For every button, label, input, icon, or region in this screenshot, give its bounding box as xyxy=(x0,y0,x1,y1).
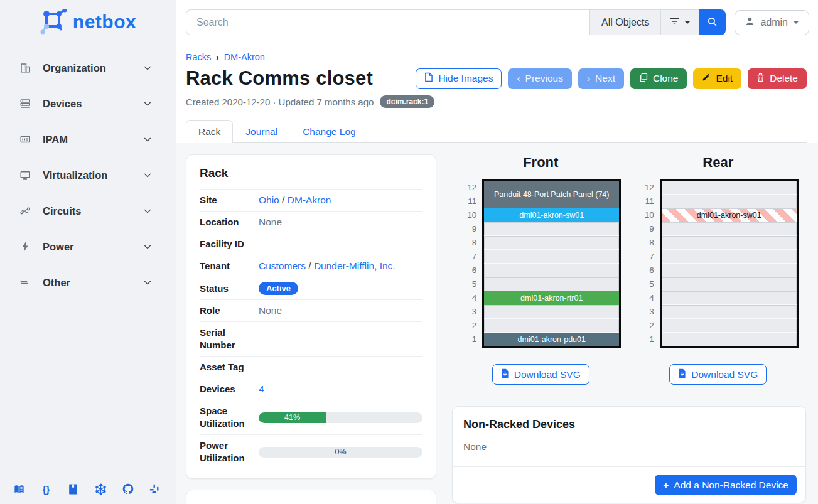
download-svg-label: Download SVG xyxy=(514,369,581,380)
main-area: All Objects admin Racks › DM-Akron Rack … xyxy=(176,0,818,504)
rack-slot-empty[interactable] xyxy=(662,305,797,319)
add-non-racked-device-label: Add a Non-Racked Device xyxy=(674,480,788,491)
rack-slot-empty[interactable] xyxy=(484,319,619,333)
attr-row-location: Location None xyxy=(200,211,422,233)
breadcrumb-link-racks[interactable]: Racks xyxy=(186,52,211,62)
journal-icon[interactable] xyxy=(67,483,80,495)
graphql-icon[interactable] xyxy=(94,483,107,495)
front-title: Front xyxy=(523,154,558,171)
tab-rack[interactable]: Rack xyxy=(186,120,233,143)
attr-row-devices: Devices 4 xyxy=(200,378,422,400)
status-label: Status xyxy=(200,282,259,295)
github-icon[interactable] xyxy=(122,483,134,495)
search-submit-button[interactable] xyxy=(699,9,726,35)
breadcrumb-link-dm-akron[interactable]: DM-Akron xyxy=(224,52,265,62)
rack-slot-empty[interactable] xyxy=(662,264,797,277)
rack-slot-empty[interactable] xyxy=(662,236,797,250)
rack-slot-empty[interactable] xyxy=(662,250,797,264)
netbox-logo[interactable]: netbox xyxy=(0,0,176,41)
sidebar-item-ipam[interactable]: IPAM xyxy=(0,127,176,152)
serial-number-value: — xyxy=(259,333,422,345)
rack-card-title: Rack xyxy=(200,166,422,180)
asset-tag-value: — xyxy=(259,362,422,373)
sidebar-item-devices[interactable]: Devices xyxy=(0,91,176,116)
attr-row-power-utilization: Power Utilization 0% xyxy=(200,434,422,469)
sidebar-item-organization[interactable]: Organization xyxy=(0,55,176,80)
hide-images-button[interactable]: Hide Images xyxy=(416,68,502,89)
download-file-icon xyxy=(678,368,686,381)
rack-slot-empty[interactable] xyxy=(662,195,797,208)
sidebar-item-virtualization[interactable]: Virtualization xyxy=(0,163,176,188)
download-svg-button-rear[interactable]: Download SVG xyxy=(669,364,767,385)
search-input[interactable] xyxy=(186,9,589,35)
attr-row-serial-number: Serial Number — xyxy=(200,321,422,356)
top-bar: All Objects admin xyxy=(176,0,818,45)
next-button[interactable]: › Next xyxy=(578,68,624,89)
space-utilization-bar: 41% xyxy=(259,412,422,423)
rack-slot-empty[interactable] xyxy=(662,277,797,291)
rack-slot-empty[interactable] xyxy=(662,333,797,346)
non-racked-devices-title: Non-Racked Devices xyxy=(463,418,795,431)
clone-button[interactable]: Clone xyxy=(630,68,687,89)
trash-icon xyxy=(756,73,765,85)
rack-slot-empty[interactable] xyxy=(662,319,797,333)
api-icon[interactable]: {} xyxy=(40,483,52,495)
space-utilization-label: Space Utilization xyxy=(200,405,259,430)
created-updated-text: Created 2020-12-20 · Updated 7 months ag… xyxy=(186,97,374,107)
next-label: Next xyxy=(595,73,615,84)
rack-slot-empty[interactable] xyxy=(484,222,619,236)
site-region-link[interactable]: Ohio xyxy=(259,195,279,205)
filter-button[interactable] xyxy=(660,9,699,35)
devices-count-link[interactable]: 4 xyxy=(259,383,264,394)
tenant-link[interactable]: Dunder-Mifflin, Inc. xyxy=(314,260,396,271)
rack-device-pdu01[interactable]: dmi01-akron-pdu01 xyxy=(484,333,619,346)
space-utilization-value: 41% xyxy=(284,413,300,422)
tab-journal[interactable]: Journal xyxy=(233,120,290,143)
download-svg-label: Download SVG xyxy=(691,369,758,380)
object-id-badge: dcim.rack:1 xyxy=(380,95,434,108)
object-type-button[interactable]: All Objects xyxy=(589,9,660,35)
other-icon xyxy=(19,276,31,289)
rack-slot-empty[interactable] xyxy=(662,181,797,195)
caret-down-icon xyxy=(793,21,799,24)
slack-icon[interactable] xyxy=(149,483,161,495)
sidebar-item-power[interactable]: Power xyxy=(0,234,176,259)
tab-change-log[interactable]: Change Log xyxy=(290,120,368,143)
ipam-icon xyxy=(19,133,31,146)
rack-slot-empty[interactable] xyxy=(484,264,619,277)
previous-button[interactable]: ‹ Previous xyxy=(508,68,571,89)
sidebar-item-circuits[interactable]: Circuits xyxy=(0,198,176,223)
location-label: Location xyxy=(200,216,259,228)
rack-slot-empty[interactable] xyxy=(484,305,619,319)
search-icon xyxy=(707,16,718,29)
edit-button[interactable]: Edit xyxy=(693,68,741,89)
right-column: Front 121110987654321 Panduit 48-Port Pa… xyxy=(452,154,807,504)
add-non-racked-device-button[interactable]: + Add a Non-Racked Device xyxy=(655,475,797,495)
attr-row-space-utilization: Space Utilization 41% xyxy=(200,400,422,434)
attr-row-site: Site Ohio / DM-Akron xyxy=(200,189,422,211)
rack-device-sw01-rear[interactable]: dmi01-akron-sw01 xyxy=(662,208,797,222)
chevron-down-icon xyxy=(143,277,153,287)
tenant-group-link[interactable]: Customers xyxy=(259,260,306,271)
rack-slot-empty[interactable] xyxy=(662,291,797,305)
filter-icon xyxy=(669,17,680,28)
content-area: Rack Site Ohio / DM-Akron Location None … xyxy=(176,143,818,504)
user-menu-button[interactable]: admin xyxy=(735,10,809,35)
delete-button[interactable]: Delete xyxy=(748,68,807,89)
rear-title: Rear xyxy=(702,154,733,171)
rack-slot-empty[interactable] xyxy=(484,250,619,264)
pencil-icon xyxy=(702,73,711,84)
rack-device-rtr01[interactable]: dmi01-akron-rtr01 xyxy=(484,291,619,305)
power-icon xyxy=(19,240,31,253)
asset-tag-label: Asset Tag xyxy=(200,361,259,373)
download-svg-button-front[interactable]: Download SVG xyxy=(492,364,589,385)
rack-slot-empty[interactable] xyxy=(662,222,797,236)
rack-slot-empty[interactable] xyxy=(484,236,619,250)
sidebar-item-other[interactable]: Other xyxy=(0,270,176,295)
rack-device-patch-panel[interactable]: Panduit 48-Port Patch Panel (74) xyxy=(484,181,619,208)
rack-device-sw01-front[interactable]: dmi01-akron-sw01 xyxy=(484,208,619,222)
docs-icon[interactable] xyxy=(13,483,25,495)
non-racked-devices-footer: + Add a Non-Racked Device xyxy=(453,466,805,503)
rack-slot-empty[interactable] xyxy=(484,277,619,291)
site-link[interactable]: DM-Akron xyxy=(288,195,331,205)
